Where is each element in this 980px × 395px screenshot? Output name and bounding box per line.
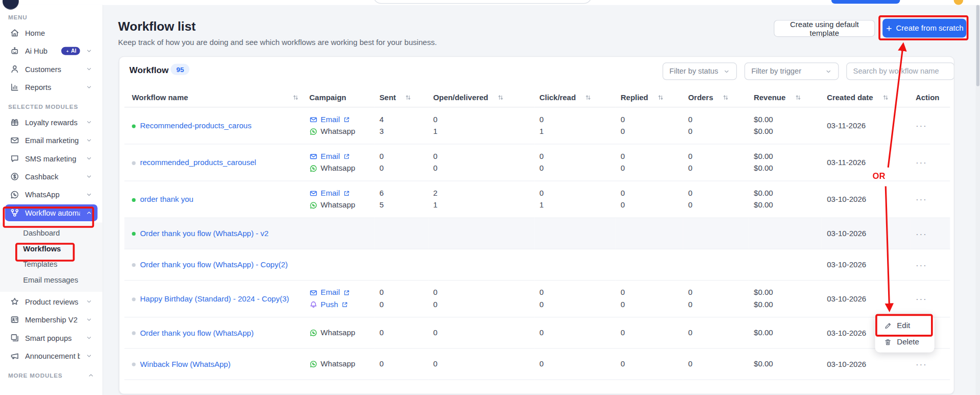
workflow-name-link[interactable]: Happy Birthday (Standard) - 2024 - Copy(… bbox=[140, 294, 289, 303]
cell-action: ··· bbox=[911, 144, 950, 181]
edit-icon bbox=[884, 321, 892, 330]
row-actions-button[interactable]: ··· bbox=[916, 121, 927, 131]
cell-replied bbox=[616, 218, 683, 249]
sidebar-item-smart-popups[interactable]: Smart popups bbox=[5, 330, 98, 346]
channel-label-email[interactable]: Email bbox=[321, 287, 340, 298]
workflow-name-link[interactable]: order thank you bbox=[140, 195, 194, 204]
table-row: order thank youEmailWhatsapp6521010000$0… bbox=[125, 181, 950, 218]
cell-created-date: 03-10-2026 bbox=[822, 249, 911, 280]
sidebar-item-reports[interactable]: Reports bbox=[5, 79, 98, 96]
page-scrollbar[interactable] bbox=[976, 5, 980, 395]
workflow-name-link[interactable]: Recommended-products_carous bbox=[140, 121, 251, 130]
cell-open-delivered: 00 bbox=[428, 144, 534, 181]
megaphone-icon bbox=[10, 351, 19, 360]
cell-campaign: EmailWhatsapp bbox=[304, 181, 374, 218]
cell-revenue: $0.00$0.00 bbox=[749, 181, 822, 218]
sort-icon bbox=[497, 94, 505, 101]
row-actions-button[interactable]: ··· bbox=[916, 157, 927, 168]
workflow-name-link[interactable]: Order thank you flow (WhatsApp) - v2 bbox=[140, 229, 269, 238]
table-row: Order thank you flow (WhatsApp)Whatsapp0… bbox=[125, 317, 950, 348]
cell-orders bbox=[683, 249, 749, 280]
sidebar-item-loyalty-rewards[interactable]: Loyalty rewards bbox=[5, 114, 98, 131]
ai-hub-icon bbox=[10, 47, 19, 56]
chevron-down-icon bbox=[86, 155, 92, 161]
column-header-orders[interactable]: Orders bbox=[683, 88, 749, 107]
column-header-created-date[interactable]: Created date bbox=[822, 88, 911, 107]
external-link-icon bbox=[343, 190, 350, 197]
column-header-click-read[interactable]: Click/read bbox=[534, 88, 615, 107]
cell-replied: 00 bbox=[616, 144, 683, 181]
sidebar-item-label: Reports bbox=[25, 83, 80, 91]
cell-replied: 00 bbox=[616, 107, 683, 144]
topbar-search-input[interactable] bbox=[373, 0, 592, 4]
cell-open-delivered: 0 bbox=[428, 348, 534, 380]
filter-by-trigger-select[interactable]: Filter by trigger bbox=[745, 62, 839, 80]
sort-icon bbox=[882, 94, 890, 101]
sidebar-subitem-dashboard[interactable]: Dashboard bbox=[0, 226, 103, 242]
column-header-replied[interactable]: Replied bbox=[616, 88, 683, 107]
topbar-avatar[interactable] bbox=[954, 0, 963, 5]
row-actions-button[interactable]: ··· bbox=[916, 359, 927, 369]
row-actions-button[interactable]: ··· bbox=[916, 294, 927, 304]
chevron-down-icon bbox=[723, 68, 730, 75]
workflow-search-input[interactable] bbox=[846, 62, 954, 80]
sidebar-item-product-reviews[interactable]: Product reviews bbox=[5, 293, 98, 310]
workflow-name-link[interactable]: Winback Flow (WhatsApp) bbox=[140, 360, 230, 368]
sidebar-item-email-marketing[interactable]: Email marketing bbox=[5, 132, 98, 149]
column-header-sent[interactable]: Sent bbox=[374, 88, 428, 107]
sidebar-item-membership-v2[interactable]: Membership V2 bbox=[5, 311, 98, 328]
workflow-name-link[interactable]: Order thank you flow (WhatsApp) - Copy(2… bbox=[140, 260, 288, 269]
sidebar-subitem-templates[interactable]: Templates bbox=[0, 257, 103, 273]
cell-click-read bbox=[534, 218, 615, 249]
column-header-workflow-name[interactable]: Workflow name bbox=[125, 88, 304, 107]
status-dot bbox=[132, 124, 135, 128]
column-header-revenue[interactable]: Revenue bbox=[749, 88, 822, 107]
email-icon bbox=[309, 152, 318, 160]
topbar-primary-button[interactable] bbox=[831, 0, 900, 4]
reports-icon bbox=[10, 82, 19, 91]
channel-label-email[interactable]: Email bbox=[321, 188, 340, 199]
channel-label-push[interactable]: Push bbox=[321, 299, 338, 311]
workflow-name-link[interactable]: recommended_products_carousel bbox=[140, 158, 256, 167]
chevron-down-icon bbox=[86, 137, 92, 144]
sidebar-item-home[interactable]: Home bbox=[5, 25, 98, 41]
create-default-template-button[interactable]: Create using default template bbox=[774, 20, 875, 37]
row-actions-button[interactable]: ··· bbox=[916, 194, 927, 204]
sidebar-item-ai-hub[interactable]: Ai HubAI bbox=[5, 42, 98, 59]
topbar bbox=[0, 0, 980, 5]
cell-sent: 00 bbox=[374, 144, 428, 181]
sidebar-item-workflow-automation[interactable]: Workflow automation bbox=[5, 204, 98, 221]
sidebar-item-sms-marketing[interactable]: SMS marketing bbox=[5, 150, 98, 167]
sidebar-item-customers[interactable]: Customers bbox=[5, 61, 98, 78]
table-row: recommended_products_carouselEmailWhatsa… bbox=[125, 144, 950, 181]
cell-action: ··· bbox=[911, 281, 950, 317]
column-header-open-delivered[interactable]: Open/delivered bbox=[428, 88, 534, 107]
sidebar-subitem-email-messages[interactable]: Email messages bbox=[0, 272, 103, 288]
row-actions-button[interactable]: ··· bbox=[916, 260, 927, 270]
table-row: Order thank you flow (WhatsApp) - v203-1… bbox=[125, 218, 950, 249]
channel-label-whatsapp: Whatsapp bbox=[321, 126, 355, 137]
cashback-icon bbox=[10, 172, 19, 181]
cell-click-read bbox=[534, 249, 615, 280]
membership-icon bbox=[10, 315, 19, 324]
sidebar-subitem-workflows[interactable]: Workflows bbox=[0, 241, 103, 257]
sidebar-item-announcement-bar[interactable]: Announcement bar bbox=[5, 347, 98, 364]
sidebar-item-whatsapp[interactable]: WhatsApp bbox=[5, 186, 98, 203]
row-actions-button[interactable]: ··· bbox=[916, 228, 927, 239]
workflow-name-link[interactable]: Order thank you flow (WhatsApp) bbox=[140, 329, 254, 337]
cell-action: ··· bbox=[911, 181, 950, 218]
delete-icon bbox=[884, 338, 892, 346]
sidebar-item-label: Smart popups bbox=[25, 334, 80, 342]
app-viewport: MENUHomeAi HubAICustomersReportsSELECTED… bbox=[0, 0, 980, 395]
sidebar-item-cashback[interactable]: Cashback bbox=[5, 168, 98, 185]
context-menu-edit[interactable]: Edit bbox=[875, 317, 934, 334]
channel-label-email[interactable]: Email bbox=[321, 151, 340, 162]
table-row: Recommended-products_carousEmailWhatsapp… bbox=[125, 107, 950, 144]
cell-sent: 00 bbox=[374, 281, 428, 317]
create-from-scratch-button[interactable]: Create from scratch bbox=[882, 19, 966, 38]
channel-label-email[interactable]: Email bbox=[321, 114, 340, 126]
gift-icon bbox=[10, 118, 19, 127]
filter-by-status-select[interactable]: Filter by status bbox=[662, 62, 737, 80]
context-menu-delete[interactable]: Delete bbox=[875, 334, 934, 350]
scrollbar-thumb[interactable] bbox=[976, 5, 979, 86]
